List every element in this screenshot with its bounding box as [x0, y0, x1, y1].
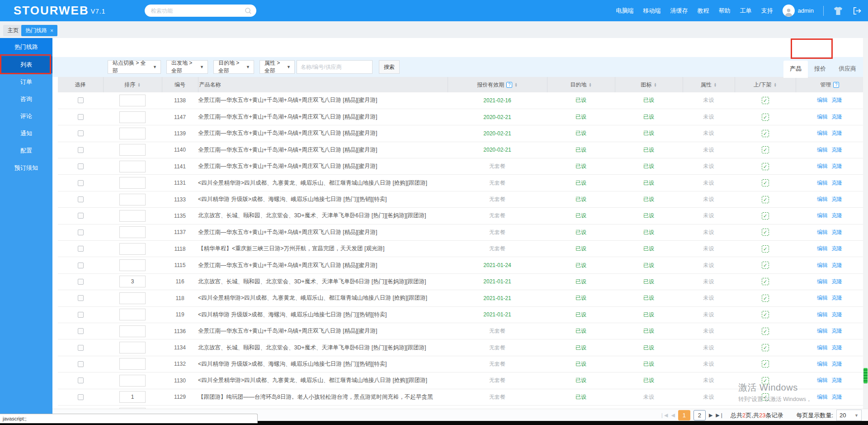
sort-input[interactable] [119, 111, 146, 123]
clone-link[interactable]: 克隆 [831, 361, 842, 367]
page-first-icon[interactable]: ❘◀ [660, 413, 668, 418]
row-checkbox[interactable] [78, 97, 84, 103]
sort-input[interactable] [119, 342, 146, 353]
theme-shirt-icon[interactable] [833, 6, 843, 15]
edit-link[interactable]: 编辑 [817, 130, 828, 136]
sort-arrows-icon[interactable]: ▲▼ [714, 82, 717, 87]
search-icon[interactable] [245, 7, 252, 14]
sort-input[interactable] [119, 177, 146, 189]
sort-input[interactable] [119, 194, 146, 205]
global-search-input[interactable] [151, 8, 245, 14]
row-checkbox[interactable] [78, 147, 84, 153]
row-checkbox[interactable] [78, 377, 84, 383]
clone-link[interactable]: 克隆 [831, 97, 842, 103]
row-checkbox[interactable] [78, 213, 84, 219]
publish-status-icon[interactable]: ✓ [762, 393, 769, 401]
tab-hot-routes[interactable]: 热门线路 × [21, 25, 57, 36]
help-icon[interactable]: ? [833, 82, 839, 88]
edit-link[interactable]: 编辑 [817, 361, 828, 367]
clone-link[interactable]: 克隆 [831, 114, 842, 120]
sort-input[interactable] [119, 309, 146, 320]
edit-link[interactable]: 编辑 [817, 212, 828, 219]
sort-input[interactable] [119, 95, 146, 106]
clone-link[interactable]: 克隆 [831, 295, 842, 301]
topbar-menu-item-5[interactable]: 工单 [740, 7, 752, 15]
row-checkbox[interactable] [78, 295, 84, 301]
row-checkbox[interactable] [78, 114, 84, 120]
sort-input[interactable] [119, 259, 146, 271]
clone-link[interactable]: 克隆 [831, 212, 842, 219]
page-number-1[interactable]: 1 [678, 410, 690, 420]
edit-link[interactable]: 编辑 [817, 147, 828, 153]
row-checkbox[interactable] [78, 394, 84, 400]
row-checkbox[interactable] [78, 180, 84, 186]
page-prev-icon[interactable]: ◀ [671, 413, 675, 418]
edit-link[interactable]: 编辑 [817, 377, 828, 383]
edit-link[interactable]: 编辑 [817, 295, 828, 301]
publish-status-icon[interactable]: ✓ [762, 311, 769, 318]
sort-arrows-icon[interactable]: ▲▼ [774, 82, 776, 87]
publish-status-icon[interactable]: ✓ [762, 262, 769, 269]
sort-arrows-icon[interactable]: ▲▼ [589, 82, 591, 87]
row-checkbox[interactable] [78, 196, 84, 202]
sort-input[interactable] [119, 226, 146, 238]
search-button[interactable]: 搜索 [379, 60, 400, 74]
filter-dropdown-3[interactable]: 属性 > 全部▼ [259, 60, 295, 74]
edit-link[interactable]: 编辑 [817, 394, 828, 400]
tab-close-icon[interactable]: × [50, 28, 53, 34]
publish-status-icon[interactable]: ✓ [762, 328, 769, 335]
publish-status-icon[interactable]: ✓ [762, 212, 769, 220]
filter-dropdown-1[interactable]: 出发地 > 全部▼ [166, 60, 208, 74]
clone-link[interactable]: 克隆 [831, 163, 842, 169]
clone-link[interactable]: 克隆 [831, 278, 842, 285]
user-box[interactable]: admin [783, 5, 814, 17]
edit-link[interactable]: 编辑 [817, 245, 828, 252]
topbar-menu-item-6[interactable]: 支持 [761, 7, 773, 15]
row-checkbox[interactable] [78, 345, 84, 351]
row-checkbox[interactable] [78, 279, 84, 285]
clone-link[interactable]: 克隆 [831, 311, 842, 318]
help-icon[interactable]: ? [506, 82, 512, 88]
clone-link[interactable]: 克隆 [831, 147, 842, 153]
topbar-menu-item-0[interactable]: 电脑端 [616, 7, 634, 15]
sidebar-item-4[interactable]: 通知 [0, 125, 52, 142]
sort-arrows-icon[interactable]: ▲▼ [514, 82, 517, 87]
sort-arrows-icon[interactable]: ▲▼ [654, 82, 656, 87]
page-number-2[interactable]: 2 [693, 410, 706, 420]
scrollbar-track[interactable] [863, 38, 868, 421]
publish-status-icon[interactable]: ✓ [762, 278, 769, 285]
edit-link[interactable]: 编辑 [817, 180, 828, 186]
row-checkbox[interactable] [78, 163, 84, 169]
per-page-select[interactable]: 20 ▼ [836, 410, 862, 421]
edit-link[interactable]: 编辑 [817, 328, 828, 334]
topbar-menu-item-2[interactable]: 清缓存 [670, 7, 688, 15]
clone-link[interactable]: 克隆 [831, 377, 842, 383]
sidebar-item-1[interactable]: 订单 [0, 73, 52, 91]
edit-link[interactable]: 编辑 [817, 229, 828, 235]
clone-link[interactable]: 克隆 [831, 344, 842, 351]
edit-link[interactable]: 编辑 [817, 262, 828, 268]
publish-status-icon[interactable]: ✓ [762, 196, 769, 203]
page-last-icon[interactable]: ▶❘ [716, 413, 724, 418]
clone-link[interactable]: 克隆 [831, 130, 842, 136]
topbar-menu-item-4[interactable]: 帮助 [719, 7, 731, 15]
edit-link[interactable]: 编辑 [817, 97, 828, 103]
sort-input[interactable] [119, 375, 146, 387]
page-next-icon[interactable]: ▶ [709, 413, 712, 418]
sort-input[interactable] [119, 391, 146, 403]
publish-status-icon[interactable]: ✓ [762, 130, 769, 137]
clone-link[interactable]: 克隆 [831, 328, 842, 334]
publish-status-icon[interactable]: ✓ [762, 344, 769, 351]
topbar-menu-item-3[interactable]: 教程 [698, 7, 709, 15]
row-checkbox[interactable] [78, 312, 84, 318]
filter-dropdown-2[interactable]: 目的地 > 全部▼ [213, 60, 254, 74]
clone-link[interactable]: 克隆 [831, 262, 842, 268]
publish-status-icon[interactable]: ✓ [762, 146, 769, 153]
edit-link[interactable]: 编辑 [817, 278, 828, 285]
clone-link[interactable]: 克隆 [831, 196, 842, 202]
view-tab-供应商[interactable]: 供应商 [832, 61, 863, 78]
edit-link[interactable]: 编辑 [817, 344, 828, 351]
keyword-input[interactable] [297, 60, 373, 74]
sort-input[interactable] [119, 161, 146, 172]
sidebar-item-6[interactable]: 预订须知 [0, 159, 52, 177]
